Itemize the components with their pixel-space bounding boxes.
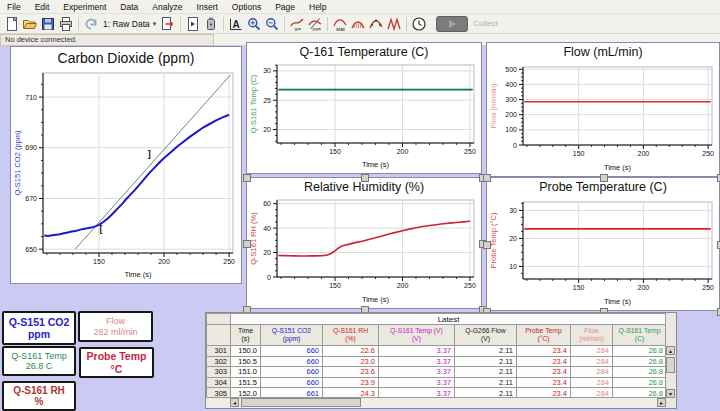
co2-graph-panel[interactable]: Carbon Dioxide (ppm) Linear Fit for: Lat… xyxy=(10,46,242,284)
vscroll-thumb[interactable] xyxy=(666,357,675,373)
zoom-in-icon[interactable] xyxy=(245,15,263,32)
menu-edit[interactable]: Edit xyxy=(28,2,57,12)
meter-probe[interactable]: Probe Temp°C xyxy=(79,347,154,378)
table-cell[interactable]: 26.8 xyxy=(613,377,667,388)
collect-button[interactable] xyxy=(436,16,468,32)
probe-temperature-graph-panel[interactable]: Probe Temperature (C) 150200250102030Tim… xyxy=(486,177,720,311)
table-cell[interactable]: 2.11 xyxy=(455,346,517,357)
curve-fit-icon[interactable] xyxy=(367,15,385,32)
table-cell[interactable]: 660 xyxy=(261,377,323,388)
statistics-icon[interactable]: stat xyxy=(331,15,349,32)
table-cell[interactable]: 151.5 xyxy=(231,377,261,388)
table-cell[interactable]: 23.9 xyxy=(323,377,379,388)
scroll-right-icon[interactable]: ▸ xyxy=(657,398,666,407)
integral-icon[interactable] xyxy=(349,15,367,32)
hscroll-thumb[interactable] xyxy=(241,398,361,407)
table-cell[interactable]: 23.4 xyxy=(517,356,571,367)
table-cell[interactable]: 284 xyxy=(571,377,613,388)
zoom-out-icon[interactable] xyxy=(263,15,281,32)
rh-chart[interactable]: 1502002500204060Time (s)Q-S161 RH (%) xyxy=(247,178,481,308)
table-cell[interactable]: 284 xyxy=(571,356,613,367)
svg-text:Time (s): Time (s) xyxy=(362,295,390,304)
temp-chart[interactable]: 150200250202530Time (s)Q-S161 Temp (C) xyxy=(247,43,481,173)
selection-handle[interactable] xyxy=(243,174,251,182)
text-annotation-icon[interactable]: A xyxy=(227,15,245,32)
selection-handle[interactable] xyxy=(600,174,608,182)
selection-handle[interactable] xyxy=(483,174,491,182)
print-icon[interactable] xyxy=(57,15,75,32)
table-cell[interactable]: 26.8 xyxy=(613,367,667,378)
tangent-icon[interactable]: m= xyxy=(306,15,324,32)
vertical-scrollbar[interactable]: ▴▾ xyxy=(665,313,676,398)
table-cell[interactable]: 3.37 xyxy=(379,346,455,357)
table-cell[interactable]: 23.4 xyxy=(517,367,571,378)
table-cell[interactable]: 23.0 xyxy=(323,356,379,367)
new-file-icon[interactable] xyxy=(3,15,21,32)
back-page-icon[interactable] xyxy=(82,15,100,32)
scroll-left-icon[interactable]: ◂ xyxy=(230,398,239,407)
temperature-graph-panel[interactable]: Q-161 Temperature (C) 150200250202530Tim… xyxy=(246,42,482,174)
page-selector-dropdown[interactable]: 1: Raw Data▾ xyxy=(100,18,159,30)
co2-chart[interactable]: 150200250650670690710Time (s)Q-S151 CO2 … xyxy=(11,47,241,283)
probe-chart[interactable]: 150200250102030Time (s)Probe Temp (°C) xyxy=(487,178,719,310)
table-cell[interactable]: 660 xyxy=(261,346,323,357)
meter-co2[interactable]: Q-S151 CO2ppm xyxy=(2,311,76,345)
table-cell[interactable]: 660 xyxy=(261,367,323,378)
table-cell[interactable]: 3.37 xyxy=(379,356,455,367)
column-header-0: Time(s) xyxy=(231,325,261,346)
flow-chart[interactable]: 1502002500100200300400500Time (s)Flow (m… xyxy=(487,43,719,176)
save-icon[interactable] xyxy=(39,15,57,32)
meter-rh[interactable]: Q-S161 RH% xyxy=(2,381,76,411)
data-collection-icon[interactable] xyxy=(410,15,428,32)
table-cell[interactable]: 23.6 xyxy=(323,367,379,378)
export-page-icon[interactable] xyxy=(159,15,177,32)
table-cell[interactable]: 2.11 xyxy=(455,367,517,378)
horizontal-scrollbar[interactable]: ◂▸ xyxy=(206,397,666,408)
fft-icon[interactable] xyxy=(385,15,403,32)
data-table[interactable]: LatestTime(s)Q-S151 CO2(ppm)Q-S161 RH(%)… xyxy=(205,312,677,409)
table-cell[interactable]: 151.0 xyxy=(231,367,261,378)
chevron-down-icon[interactable]: ▾ xyxy=(153,20,157,28)
meter-temp[interactable]: Q-S161 Temp26.8 C xyxy=(2,346,76,376)
svg-text:400: 400 xyxy=(505,81,517,88)
table-cell[interactable]: 22.6 xyxy=(323,346,379,357)
table-cell[interactable]: 284 xyxy=(571,367,613,378)
examine-icon[interactable]: x= xyxy=(288,15,306,32)
table-cell[interactable]: 2.11 xyxy=(455,377,517,388)
menu-help[interactable]: Help xyxy=(302,2,333,12)
menu-insert[interactable]: Insert xyxy=(190,2,225,12)
meter-flow[interactable]: Flow282 ml/min xyxy=(78,311,153,342)
device-icon[interactable] xyxy=(202,15,220,32)
menu-options[interactable]: Options xyxy=(225,2,268,12)
next-page-icon[interactable] xyxy=(184,15,202,32)
selection-handle[interactable] xyxy=(361,174,369,182)
table-cell[interactable]: 3.37 xyxy=(379,377,455,388)
meter-name: Q-S161 RH xyxy=(13,385,65,397)
table-cell[interactable]: 2.11 xyxy=(455,356,517,367)
flow-graph-panel[interactable]: Flow (mL/min) 1502002500100200300400500T… xyxy=(486,42,720,177)
table-cell[interactable]: 23.4 xyxy=(517,377,571,388)
svg-text:250: 250 xyxy=(702,150,714,157)
menu-page[interactable]: Page xyxy=(268,2,302,12)
open-file-icon[interactable] xyxy=(21,15,39,32)
svg-text:60: 60 xyxy=(263,200,271,207)
table-cell[interactable]: 150.0 xyxy=(231,346,261,357)
scroll-down-icon[interactable]: ▾ xyxy=(666,389,675,398)
table-cell[interactable]: 150.5 xyxy=(231,356,261,367)
table-cell[interactable]: 23.4 xyxy=(517,346,571,357)
humidity-graph-panel[interactable]: Relative Humidity (%) 1502002500204060Ti… xyxy=(246,177,482,309)
menu-analyze[interactable]: Analyze xyxy=(145,2,189,12)
menu-file[interactable]: File xyxy=(0,2,28,12)
scroll-up-icon[interactable]: ▴ xyxy=(666,346,675,355)
table-cell[interactable]: 3.37 xyxy=(379,367,455,378)
meter-value: 282 ml/min xyxy=(93,327,137,337)
menu-experiment[interactable]: Experiment xyxy=(56,2,113,12)
table-cell[interactable]: 26.8 xyxy=(613,346,667,357)
selection-handle[interactable] xyxy=(243,240,251,248)
svg-text:Flow (ml/min): Flow (ml/min) xyxy=(489,83,498,128)
table-cell[interactable]: 660 xyxy=(261,356,323,367)
table-cell[interactable]: 26.8 xyxy=(613,356,667,367)
menu-data[interactable]: Data xyxy=(113,2,145,12)
selection-handle[interactable] xyxy=(483,241,491,249)
table-cell[interactable]: 284 xyxy=(571,346,613,357)
